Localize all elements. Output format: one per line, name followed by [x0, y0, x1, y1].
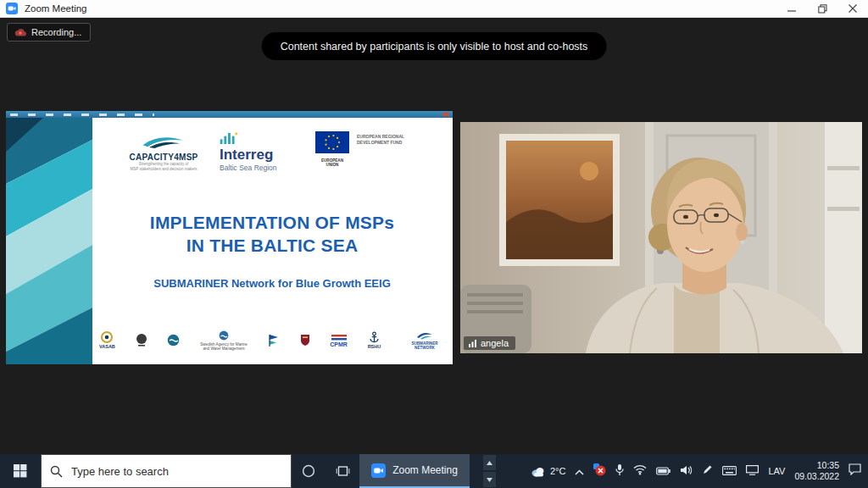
window-title: Zoom Meeting [25, 3, 87, 14]
anchor-emblem-icon [369, 331, 380, 343]
meeting-content-area: Recording... Content shared by participa… [0, 18, 868, 454]
participant-video-tile[interactable]: angela [460, 122, 862, 353]
partner-logo-pennant-emblem [268, 334, 280, 348]
taskbar-zoom-meeting-button[interactable]: Zoom Meeting [359, 454, 470, 488]
recording-label: Recording... [31, 27, 81, 37]
wifi-icon [633, 464, 647, 475]
shared-screen-slide: CAPACITY4MSP Strengthening the capacity … [6, 111, 453, 364]
capacity4msp-tagline-2: MSP stakeholders and decision makers [116, 167, 211, 172]
eu-fund-label: EUROPEAN REGIONAL DEVELOPMENT FUND [357, 131, 409, 167]
partner-logo-vasab: VASAB [99, 331, 115, 350]
tray-display-button[interactable] [746, 463, 759, 479]
zoom-app-icon [6, 3, 18, 14]
chevron-up-icon [575, 469, 584, 475]
action-center-icon [849, 463, 861, 475]
slide-teal-chevron-band [6, 118, 92, 364]
taskbar-clock[interactable]: 10:35 09.03.2022 [794, 460, 839, 482]
tray-network-button[interactable] [633, 463, 647, 479]
shared-app-menubar [6, 111, 453, 118]
action-center-button[interactable] [849, 463, 861, 479]
interreg-region-label: Baltic Sea Region [220, 164, 309, 172]
partner-logo-ministry-emblem [136, 333, 147, 348]
partner-logos-row: VASAB Swedish Agency for Marine and Wate… [99, 323, 448, 358]
close-button[interactable] [837, 0, 868, 17]
vasab-emblem-icon [101, 331, 113, 343]
dark-emblem-icon [136, 333, 147, 347]
task-view-icon [336, 465, 350, 477]
blue-wave-emblem-icon [167, 334, 180, 347]
taskbar-scroll-down[interactable] [483, 472, 496, 487]
toast-text: Content shared by participants is only v… [281, 41, 588, 53]
pennant-emblem-icon [268, 334, 280, 347]
participant-name-tag: angela [464, 336, 515, 350]
speaker-icon [680, 465, 693, 475]
shared-window-close-dot [442, 113, 449, 116]
capacity4msp-wordmark: CAPACITY4MSP [116, 152, 211, 162]
restore-button[interactable] [807, 0, 837, 17]
task-view-button[interactable] [326, 454, 359, 488]
eu-union-label: EUROPEAN UNION [314, 158, 350, 167]
cpmr-bar-icon [331, 335, 347, 341]
capacity4msp-wave-icon [138, 135, 189, 149]
partner-logo-swam: Swedish Agency for Marine and Water Mana… [200, 330, 248, 352]
submariner-wave-icon [416, 331, 433, 340]
taskbar-scroll-up[interactable] [483, 455, 496, 470]
battery-icon [656, 467, 670, 475]
weather-temp: 2°C [550, 466, 565, 476]
tray-touch-keyboard-button[interactable] [722, 463, 737, 479]
interreg-wordmark: Interreg [220, 147, 309, 163]
pen-icon [702, 464, 713, 475]
monitor-icon [746, 465, 759, 475]
taskbar-zoom-label: Zoom Meeting [392, 464, 458, 476]
interreg-logo: Interreg Baltic Sea Region [220, 131, 309, 172]
partner-logo-maritime-emblem [167, 334, 180, 348]
partner-logo-rshu: RSHU [368, 331, 381, 350]
zoom-window: Zoom Meeting Recording... Content shared… [0, 0, 868, 488]
weather-widget[interactable]: 2°C [531, 466, 565, 477]
eu-flag-icon [315, 131, 349, 153]
start-button[interactable] [0, 454, 41, 488]
slide-title-line1: IMPLEMENTATION OF MSPs [97, 211, 447, 234]
eu-logo-block: EUROPEAN UNION EUROPEAN REGIONAL DEVELOP… [314, 131, 409, 167]
tray-mic-icon-button[interactable] [615, 463, 624, 480]
clock-date: 09.03.2022 [794, 471, 839, 482]
windows-logo-icon [14, 464, 27, 478]
partner-logo-latvian-shield [300, 334, 310, 348]
participant-name: angela [481, 338, 509, 348]
language-indicator[interactable]: LAV [768, 466, 785, 476]
menubar-items [10, 114, 154, 116]
tray-battery-button[interactable] [656, 463, 670, 479]
tray-alert-icon[interactable] [593, 463, 606, 480]
weather-cloud-icon [531, 466, 546, 477]
swam-emblem-icon [219, 330, 229, 341]
interreg-bars-icon [220, 131, 238, 144]
partner-logo-submariner: SUBMARINER NETWORK [401, 331, 448, 351]
keyboard-icon [722, 466, 737, 475]
window-titlebar: Zoom Meeting [0, 0, 868, 18]
slide-subtitle: SUBMARINER Network for Blue Growth EEIG [97, 277, 447, 290]
participant-video-feed [460, 122, 862, 353]
microphone-icon [615, 463, 624, 476]
tray-pen-button[interactable] [702, 463, 713, 479]
partner-logo-cpmr: CPMR [330, 335, 348, 347]
slide-title-line2: IN THE BALTIC SEA [97, 234, 447, 257]
minimize-button[interactable] [776, 0, 807, 17]
tray-volume-button[interactable] [680, 463, 693, 479]
show-hidden-icons-button[interactable] [575, 463, 584, 479]
capacity4msp-logo: CAPACITY4MSP Strengthening the capacity … [116, 135, 211, 172]
recording-cloud-icon [14, 28, 26, 36]
recording-indicator[interactable]: Recording... [7, 23, 91, 42]
error-badge-icon [593, 463, 606, 476]
red-shield-emblem-icon [300, 334, 310, 347]
cortana-button[interactable] [292, 454, 326, 488]
taskbar-search[interactable] [41, 454, 292, 488]
cortana-icon [302, 464, 315, 478]
search-input[interactable] [70, 464, 251, 479]
windows-taskbar: Zoom Meeting 2°C [0, 454, 868, 488]
system-tray: 2°C [531, 454, 868, 488]
share-visibility-toast: Content shared by participants is only v… [262, 32, 607, 60]
zoom-taskbar-icon [371, 463, 386, 478]
search-icon [50, 465, 63, 478]
slide-title: IMPLEMENTATION OF MSPs IN THE BALTIC SEA [97, 211, 447, 257]
mic-activity-icon [469, 339, 476, 347]
